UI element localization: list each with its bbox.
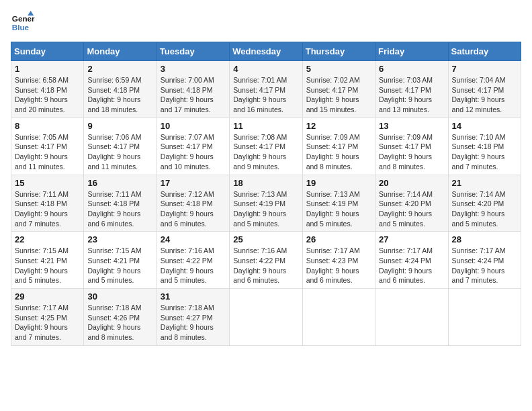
day-info: Sunrise: 7:00 AM Sunset: 4:18 PM Dayligh…	[161, 75, 226, 115]
day-number: 27	[379, 234, 444, 244]
day-number: 3	[161, 64, 226, 74]
calendar-day-cell: 25 Sunrise: 7:16 AM Sunset: 4:22 PM Dayl…	[230, 232, 302, 289]
calendar-day-cell: 13 Sunrise: 7:09 AM Sunset: 4:17 PM Dayl…	[375, 118, 448, 175]
day-number: 28	[452, 234, 517, 244]
day-info: Sunrise: 6:58 AM Sunset: 4:18 PM Dayligh…	[15, 75, 80, 115]
day-info: Sunrise: 7:12 AM Sunset: 4:18 PM Dayligh…	[161, 189, 226, 229]
weekday-header: Sunday	[11, 42, 84, 61]
calendar-week-row: 1 Sunrise: 6:58 AM Sunset: 4:18 PM Dayli…	[11, 61, 521, 118]
calendar-day-cell: 14 Sunrise: 7:10 AM Sunset: 4:18 PM Dayl…	[448, 118, 521, 175]
day-number: 22	[15, 234, 80, 244]
logo: General Blue	[11, 11, 35, 35]
day-number: 21	[452, 178, 517, 188]
day-number: 11	[233, 121, 298, 131]
day-info: Sunrise: 7:10 AM Sunset: 4:18 PM Dayligh…	[452, 132, 517, 172]
day-number: 24	[161, 234, 226, 244]
calendar-day-cell: 28 Sunrise: 7:17 AM Sunset: 4:24 PM Dayl…	[448, 232, 521, 289]
day-number: 17	[161, 178, 226, 188]
day-info: Sunrise: 7:05 AM Sunset: 4:17 PM Dayligh…	[15, 132, 80, 172]
day-number: 9	[87, 121, 152, 131]
day-info: Sunrise: 6:59 AM Sunset: 4:18 PM Dayligh…	[87, 75, 152, 115]
day-number: 8	[15, 121, 80, 131]
day-info: Sunrise: 7:17 AM Sunset: 4:24 PM Dayligh…	[379, 246, 444, 285]
day-info: Sunrise: 7:17 AM Sunset: 4:23 PM Dayligh…	[306, 246, 371, 285]
calendar-day-cell: 12 Sunrise: 7:09 AM Sunset: 4:17 PM Dayl…	[302, 118, 375, 175]
calendar-day-cell: 10 Sunrise: 7:07 AM Sunset: 4:17 PM Dayl…	[157, 118, 229, 175]
day-number: 4	[233, 64, 298, 74]
day-info: Sunrise: 7:07 AM Sunset: 4:17 PM Dayligh…	[161, 132, 226, 172]
day-info: Sunrise: 7:13 AM Sunset: 4:19 PM Dayligh…	[306, 189, 371, 229]
day-number: 30	[87, 291, 152, 302]
day-info: Sunrise: 7:06 AM Sunset: 4:17 PM Dayligh…	[87, 132, 152, 172]
day-info: Sunrise: 7:09 AM Sunset: 4:17 PM Dayligh…	[379, 132, 444, 172]
calendar-week-row: 22 Sunrise: 7:15 AM Sunset: 4:21 PM Dayl…	[11, 232, 521, 289]
calendar-week-row: 29 Sunrise: 7:17 AM Sunset: 4:25 PM Dayl…	[11, 289, 521, 346]
weekday-header: Tuesday	[157, 42, 229, 61]
day-info: Sunrise: 7:04 AM Sunset: 4:17 PM Dayligh…	[452, 75, 517, 115]
weekday-header: Saturday	[448, 42, 521, 61]
day-info: Sunrise: 7:11 AM Sunset: 4:18 PM Dayligh…	[87, 189, 152, 229]
calendar-day-cell: 2 Sunrise: 6:59 AM Sunset: 4:18 PM Dayli…	[84, 61, 157, 118]
day-number: 15	[15, 178, 80, 188]
calendar-day-cell: 15 Sunrise: 7:11 AM Sunset: 4:18 PM Dayl…	[11, 175, 84, 232]
calendar-day-cell: 17 Sunrise: 7:12 AM Sunset: 4:18 PM Dayl…	[157, 175, 229, 232]
day-info: Sunrise: 7:09 AM Sunset: 4:17 PM Dayligh…	[306, 132, 371, 172]
day-info: Sunrise: 7:08 AM Sunset: 4:17 PM Dayligh…	[233, 132, 298, 172]
calendar-day-cell: 23 Sunrise: 7:15 AM Sunset: 4:21 PM Dayl…	[84, 232, 157, 289]
day-info: Sunrise: 7:18 AM Sunset: 4:27 PM Dayligh…	[161, 303, 226, 342]
calendar-day-cell: 7 Sunrise: 7:04 AM Sunset: 4:17 PM Dayli…	[448, 61, 521, 118]
empty-cell	[448, 289, 521, 346]
day-info: Sunrise: 7:15 AM Sunset: 4:21 PM Dayligh…	[87, 246, 152, 285]
calendar-day-cell: 4 Sunrise: 7:01 AM Sunset: 4:17 PM Dayli…	[230, 61, 302, 118]
day-number: 7	[452, 64, 517, 74]
weekday-header-row: SundayMondayTuesdayWednesdayThursdayFrid…	[11, 42, 521, 61]
calendar-day-cell: 1 Sunrise: 6:58 AM Sunset: 4:18 PM Dayli…	[11, 61, 84, 118]
day-info: Sunrise: 7:16 AM Sunset: 4:22 PM Dayligh…	[161, 246, 226, 285]
calendar-day-cell: 18 Sunrise: 7:13 AM Sunset: 4:19 PM Dayl…	[230, 175, 302, 232]
page-header: General Blue	[11, 11, 521, 35]
empty-cell	[230, 289, 302, 346]
day-info: Sunrise: 7:17 AM Sunset: 4:24 PM Dayligh…	[452, 246, 517, 285]
day-info: Sunrise: 7:01 AM Sunset: 4:17 PM Dayligh…	[233, 75, 298, 115]
day-info: Sunrise: 7:14 AM Sunset: 4:20 PM Dayligh…	[379, 189, 444, 229]
calendar-day-cell: 31 Sunrise: 7:18 AM Sunset: 4:27 PM Dayl…	[157, 289, 229, 346]
calendar-table: SundayMondayTuesdayWednesdayThursdayFrid…	[11, 42, 521, 346]
weekday-header: Monday	[84, 42, 157, 61]
day-number: 2	[87, 64, 152, 74]
day-info: Sunrise: 7:03 AM Sunset: 4:17 PM Dayligh…	[379, 75, 444, 115]
day-info: Sunrise: 7:15 AM Sunset: 4:21 PM Dayligh…	[15, 246, 80, 285]
weekday-header: Friday	[375, 42, 448, 61]
day-number: 25	[233, 234, 298, 244]
day-number: 26	[306, 234, 371, 244]
day-number: 10	[161, 121, 226, 131]
day-number: 16	[87, 178, 152, 188]
calendar-day-cell: 9 Sunrise: 7:06 AM Sunset: 4:17 PM Dayli…	[84, 118, 157, 175]
calendar-day-cell: 27 Sunrise: 7:17 AM Sunset: 4:24 PM Dayl…	[375, 232, 448, 289]
calendar-day-cell: 20 Sunrise: 7:14 AM Sunset: 4:20 PM Dayl…	[375, 175, 448, 232]
svg-marker-2	[28, 11, 34, 15]
day-info: Sunrise: 7:11 AM Sunset: 4:18 PM Dayligh…	[15, 189, 80, 229]
day-info: Sunrise: 7:16 AM Sunset: 4:22 PM Dayligh…	[233, 246, 298, 285]
calendar-day-cell: 26 Sunrise: 7:17 AM Sunset: 4:23 PM Dayl…	[302, 232, 375, 289]
calendar-day-cell: 16 Sunrise: 7:11 AM Sunset: 4:18 PM Dayl…	[84, 175, 157, 232]
calendar-day-cell: 3 Sunrise: 7:00 AM Sunset: 4:18 PM Dayli…	[157, 61, 229, 118]
empty-cell	[375, 289, 448, 346]
calendar-day-cell: 24 Sunrise: 7:16 AM Sunset: 4:22 PM Dayl…	[157, 232, 229, 289]
weekday-header: Thursday	[302, 42, 375, 61]
day-info: Sunrise: 7:18 AM Sunset: 4:26 PM Dayligh…	[87, 303, 152, 342]
calendar-day-cell: 22 Sunrise: 7:15 AM Sunset: 4:21 PM Dayl…	[11, 232, 84, 289]
svg-text:Blue: Blue	[12, 23, 30, 32]
day-number: 31	[161, 291, 226, 302]
day-info: Sunrise: 7:13 AM Sunset: 4:19 PM Dayligh…	[233, 189, 298, 229]
calendar-week-row: 15 Sunrise: 7:11 AM Sunset: 4:18 PM Dayl…	[11, 175, 521, 232]
weekday-header: Wednesday	[230, 42, 302, 61]
day-number: 20	[379, 178, 444, 188]
calendar-day-cell: 5 Sunrise: 7:02 AM Sunset: 4:17 PM Dayli…	[302, 61, 375, 118]
day-info: Sunrise: 7:17 AM Sunset: 4:25 PM Dayligh…	[15, 303, 80, 342]
calendar-day-cell: 6 Sunrise: 7:03 AM Sunset: 4:17 PM Dayli…	[375, 61, 448, 118]
day-info: Sunrise: 7:14 AM Sunset: 4:20 PM Dayligh…	[452, 189, 517, 229]
day-number: 14	[452, 121, 517, 131]
day-number: 1	[15, 64, 80, 74]
day-number: 12	[306, 121, 371, 131]
day-number: 6	[379, 64, 444, 74]
